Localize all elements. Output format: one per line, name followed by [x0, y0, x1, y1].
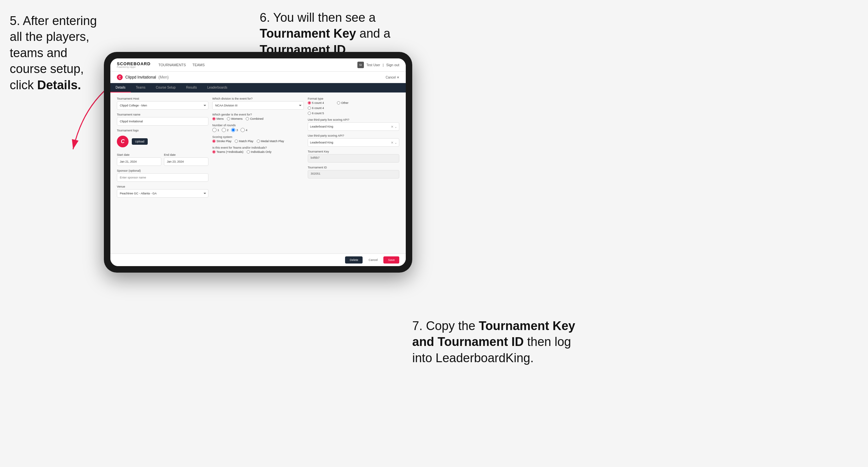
start-date-input[interactable]: [117, 157, 161, 166]
nav-bar: SCOREBOARD Powered by clippd TOURNAMENTS…: [111, 58, 406, 72]
division-label: Which division is the event for?: [212, 97, 304, 100]
teams-field: Is this event for Teams and/or Individua…: [212, 146, 304, 154]
tablet-screen: SCOREBOARD Powered by clippd TOURNAMENTS…: [111, 58, 406, 266]
gender-mens[interactable]: Mens: [212, 117, 224, 120]
api-field-2: Use third-party scoring API? Leaderboard…: [308, 134, 399, 147]
right-column: Format type 5 count 4 Other: [308, 97, 399, 198]
tournament-id-label: Tournament ID: [308, 166, 399, 169]
individuals-only[interactable]: Individuals Only: [247, 150, 272, 154]
form-footer: Delete Cancel Save: [111, 253, 406, 266]
end-date-label: End date: [164, 153, 208, 156]
api-select-2[interactable]: Leaderboard King ✕ ⌄: [308, 138, 399, 147]
tab-results[interactable]: Results: [181, 83, 202, 93]
tournament-logo-label: Tournament logo: [117, 129, 208, 132]
tab-leaderboards[interactable]: Leaderboards: [202, 83, 233, 93]
format-row-3: 6 count 5: [308, 112, 399, 115]
format-row-1: 5 count 4 Other: [308, 101, 399, 104]
tournament-key-label: Tournament Key: [308, 150, 399, 153]
nav-separator: |: [383, 63, 384, 67]
venue-select[interactable]: Peachtree GC - Atlanta - GA: [117, 189, 208, 198]
annotation-bottom-right: 7. Copy the Tournament Key and Tournamen…: [412, 318, 581, 366]
middle-column: Which division is the event for? NCAA Di…: [212, 97, 304, 198]
division-select[interactable]: NCAA Division III: [212, 101, 304, 110]
scoring-match[interactable]: Match Play: [235, 139, 253, 143]
tab-course-setup[interactable]: Course Setup: [151, 83, 181, 93]
format-5count4[interactable]: 5 count 4: [308, 101, 324, 104]
teams-radio-group: Teams (+Individuals) Individuals Only: [212, 150, 304, 154]
format-6count4[interactable]: 6 count 4: [308, 106, 324, 110]
tabs-bar: Details Teams Course Setup Results Leade…: [111, 83, 406, 93]
scoring-stroke[interactable]: Stroke Play: [212, 139, 231, 143]
tournament-logo-field: Tournament logo C Upload: [117, 129, 208, 150]
sign-out-link[interactable]: Sign out: [386, 63, 399, 67]
cancel-tournament-button[interactable]: Cancel ✕: [385, 75, 399, 79]
tournament-host-label: Tournament Host: [117, 97, 208, 100]
tablet-frame: SCOREBOARD Powered by clippd TOURNAMENTS…: [104, 52, 412, 273]
rounds-field: Number of rounds 1 2 3: [212, 124, 304, 132]
tab-details[interactable]: Details: [111, 83, 131, 93]
api-select-1[interactable]: Leaderboard King ✕ ⌄: [308, 122, 399, 131]
end-date-field: End date: [164, 153, 208, 166]
tab-teams[interactable]: Teams: [131, 83, 151, 93]
api-clear-2[interactable]: ✕ ⌄: [391, 141, 397, 145]
delete-button[interactable]: Delete: [345, 256, 363, 263]
user-name: Test User: [367, 63, 380, 67]
tournament-id-value: 302051: [308, 170, 399, 179]
gender-womens[interactable]: Womens: [227, 117, 243, 120]
nav-brand: SCOREBOARD Powered by clippd: [117, 62, 151, 68]
rounds-1[interactable]: 1: [212, 128, 219, 132]
api-clear-1[interactable]: ✕ ⌄: [391, 125, 397, 128]
rounds-2[interactable]: 2: [222, 128, 228, 132]
brand-sub: Powered by clippd: [117, 66, 151, 68]
format-type-options: 5 count 4 Other 6 count 4: [308, 101, 399, 115]
tournament-name-field: Tournament name: [117, 113, 208, 126]
rounds-3[interactable]: 3: [231, 128, 238, 132]
format-6count5[interactable]: 6 count 5: [308, 112, 324, 115]
annotation-top-right: 6. You will then see a Tournament Key an…: [260, 10, 441, 58]
gender-label: Which gender is the event for?: [212, 113, 304, 116]
tournament-bar: C Clippd Invitational (Men) Cancel ✕: [111, 72, 406, 83]
venue-label: Venue: [117, 185, 208, 188]
tournament-host-select[interactable]: Clippd College - Men: [117, 101, 208, 110]
sponsor-field: Sponsor (optional): [117, 169, 208, 182]
format-type-label: Format type: [308, 97, 399, 100]
main-content: Tournament Host Clippd College - Men Tou…: [111, 93, 406, 253]
rounds-4[interactable]: 4: [241, 128, 247, 132]
teams-plus-individuals[interactable]: Teams (+Individuals): [212, 150, 244, 154]
start-date-field: Start date: [117, 153, 161, 166]
scoring-field: Scoring system Stroke Play Match Play Me…: [212, 135, 304, 143]
tournament-id-field: Tournament ID 302051: [308, 166, 399, 179]
scoring-label: Scoring system: [212, 135, 304, 138]
format-row-2: 6 count 4: [308, 106, 399, 110]
save-button[interactable]: Save: [383, 256, 399, 263]
end-date-input[interactable]: [164, 157, 208, 166]
rounds-radio-group: 1 2 3 4: [212, 128, 304, 132]
date-row: Start date End date: [117, 153, 208, 166]
api-value-2: Leaderboard King: [310, 141, 391, 144]
tournament-name-label: Tournament name: [117, 113, 208, 116]
division-field: Which division is the event for? NCAA Di…: [212, 97, 304, 110]
api-label-2: Use third-party scoring API?: [308, 134, 399, 137]
format-type-field: Format type 5 count 4 Other: [308, 97, 399, 115]
cancel-button[interactable]: Cancel: [365, 256, 381, 263]
tournament-name-input[interactable]: [117, 117, 208, 126]
upload-button[interactable]: Upload: [132, 138, 148, 145]
nav-link-tournaments[interactable]: TOURNAMENTS: [158, 63, 186, 67]
gender-radio-group: Mens Womens Combined: [212, 117, 304, 120]
sponsor-input[interactable]: [117, 173, 208, 182]
api-value-1: Leaderboard King: [310, 125, 391, 128]
user-avatar-icon: SI: [358, 62, 364, 68]
nav-links: TOURNAMENTS TEAMS: [158, 63, 205, 67]
rounds-label: Number of rounds: [212, 124, 304, 127]
tournament-icon: C: [117, 74, 123, 80]
form-grid: Tournament Host Clippd College - Men Tou…: [117, 97, 399, 198]
logo-upload-area: C Upload: [117, 133, 208, 150]
scoring-radio-group: Stroke Play Match Play Medal Match Play: [212, 139, 304, 143]
format-other[interactable]: Other: [337, 101, 349, 104]
left-column: Tournament Host Clippd College - Men Tou…: [117, 97, 208, 198]
nav-link-teams[interactable]: TEAMS: [192, 63, 205, 67]
gender-combined[interactable]: Combined: [246, 117, 263, 120]
scoring-medal[interactable]: Medal Match Play: [257, 139, 284, 143]
tournament-name: Clippd Invitational (Men): [125, 75, 168, 80]
logo-placeholder: C: [117, 136, 128, 147]
